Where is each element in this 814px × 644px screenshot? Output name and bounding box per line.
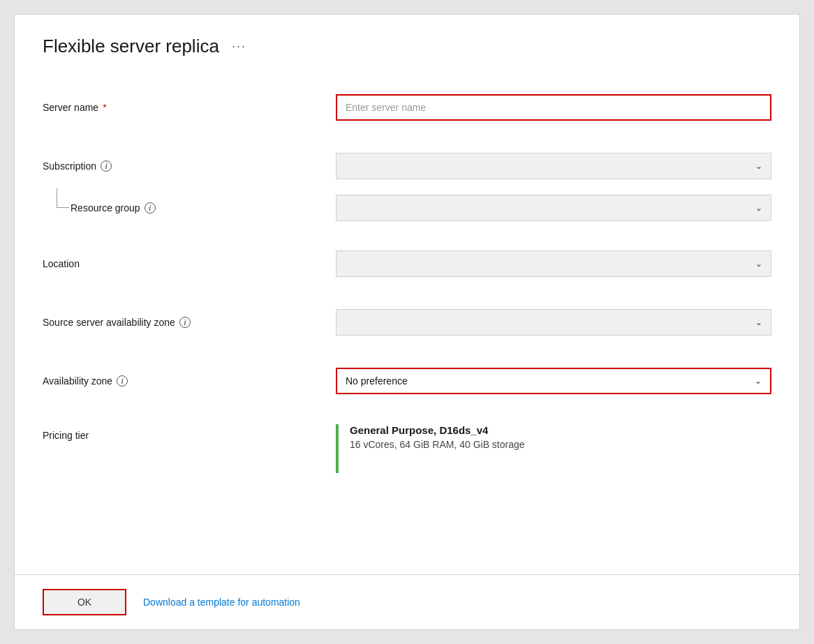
- form-section: Server name * Subscription i ⌄: [43, 85, 771, 480]
- pricing-tier-row: Pricing tier General Purpose, D16ds_v4 1…: [43, 417, 771, 480]
- separator-3: [43, 286, 771, 300]
- server-name-control: [336, 94, 771, 121]
- availability-zone-label: Availability zone i: [43, 375, 336, 387]
- dialog-body: Flexible server replica ··· Server name …: [15, 15, 799, 574]
- availability-zone-row: Availability zone i No preference ⌄: [43, 359, 771, 403]
- location-select[interactable]: ⌄: [336, 250, 771, 277]
- availability-zone-select[interactable]: No preference ⌄: [336, 368, 771, 394]
- separator-5: [43, 403, 771, 417]
- indent-connector: [43, 188, 71, 227]
- pricing-content: General Purpose, D16ds_v4 16 vCores, 64 …: [336, 424, 771, 473]
- pricing-tier-label: Pricing tier: [43, 424, 336, 441]
- resource-group-info-icon[interactable]: i: [145, 202, 156, 214]
- ok-button[interactable]: OK: [43, 589, 126, 615]
- subscription-info-icon[interactable]: i: [101, 160, 112, 172]
- dialog-footer: OK Download a template for automation: [15, 574, 799, 629]
- source-availability-zone-label: Source server availability zone i: [43, 317, 336, 328]
- flexible-server-replica-dialog: Flexible server replica ··· Server name …: [14, 14, 800, 630]
- subscription-control: ⌄: [336, 153, 771, 179]
- pricing-tier-green-bar: [336, 424, 339, 473]
- pricing-tier-name: General Purpose, D16ds_v4: [350, 424, 525, 436]
- separator-1: [43, 130, 771, 144]
- availability-zone-chevron-icon: ⌄: [755, 376, 762, 386]
- availability-zone-value: No preference: [346, 375, 408, 387]
- resource-group-row: Resource group i ⌄: [43, 188, 771, 227]
- location-chevron-icon: ⌄: [755, 259, 762, 269]
- pricing-text: General Purpose, D16ds_v4 16 vCores, 64 …: [350, 424, 525, 450]
- resource-group-label: Resource group i: [71, 202, 336, 214]
- resource-group-select[interactable]: ⌄: [336, 195, 771, 221]
- source-availability-zone-info-icon[interactable]: i: [179, 317, 191, 328]
- dialog-title-row: Flexible server replica ···: [43, 36, 771, 57]
- dialog-title: Flexible server replica: [43, 36, 219, 57]
- subscription-row: Subscription i ⌄: [43, 144, 771, 188]
- location-control: ⌄: [336, 250, 771, 277]
- subscription-chevron-icon: ⌄: [755, 161, 762, 171]
- separator-2: [43, 227, 771, 241]
- subscription-select[interactable]: ⌄: [336, 153, 771, 179]
- server-name-input[interactable]: [336, 94, 771, 121]
- source-availability-zone-select[interactable]: ⌄: [336, 309, 771, 336]
- separator-4: [43, 345, 771, 359]
- pricing-tier-details: 16 vCores, 64 GiB RAM, 40 GiB storage: [350, 439, 525, 450]
- source-availability-zone-control: ⌄: [336, 309, 771, 336]
- ellipsis-button[interactable]: ···: [228, 38, 251, 55]
- source-availability-zone-chevron-icon: ⌄: [755, 317, 762, 327]
- availability-zone-info-icon[interactable]: i: [117, 375, 128, 387]
- server-name-row: Server name *: [43, 85, 771, 130]
- source-availability-zone-row: Source server availability zone i ⌄: [43, 300, 771, 345]
- download-template-link[interactable]: Download a template for automation: [143, 597, 300, 608]
- resource-group-chevron-icon: ⌄: [755, 203, 762, 213]
- location-label: Location: [43, 258, 336, 269]
- resource-group-control: ⌄: [336, 195, 771, 221]
- subscription-label: Subscription i: [43, 160, 336, 172]
- server-name-label: Server name *: [43, 102, 336, 113]
- availability-zone-control: No preference ⌄: [336, 368, 771, 394]
- required-indicator: *: [103, 102, 106, 113]
- location-row: Location ⌄: [43, 241, 771, 286]
